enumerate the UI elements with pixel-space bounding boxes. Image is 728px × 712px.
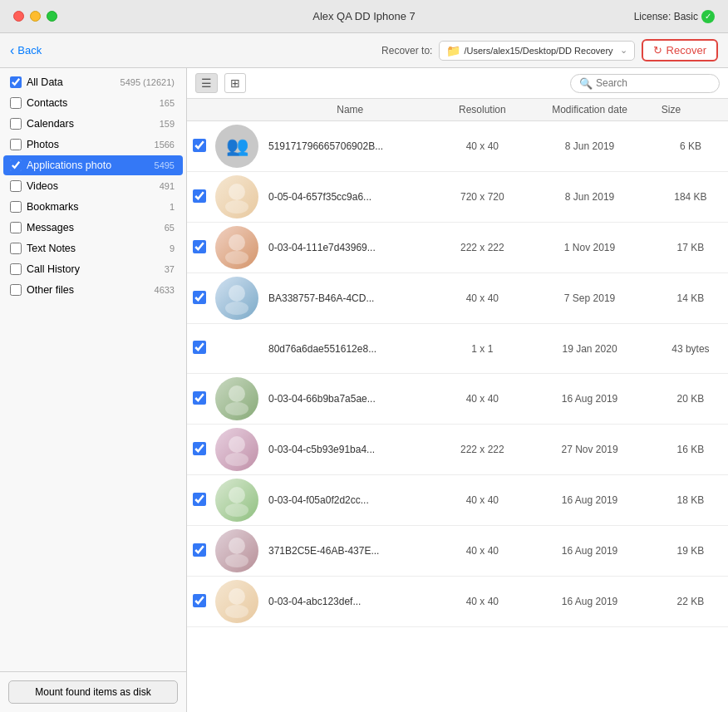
thumbnail: 👥 <box>215 125 258 168</box>
table-row[interactable]: 371B2C5E-46AB-437E...40 x 4016 Aug 20191… <box>187 526 728 577</box>
file-name: 0-03-04-f05a0f2d2cc... <box>262 475 438 526</box>
row-checkbox[interactable] <box>193 442 206 455</box>
col-resolution[interactable]: Resolution <box>438 99 526 121</box>
sidebar-item-calendars[interactable]: Calendars159 <box>3 114 183 134</box>
toolbar: ‹ Back Recover to: 📁 /Users/alex15/Deskt… <box>0 33 728 68</box>
file-date: 16 Aug 2019 <box>526 475 653 526</box>
minimize-button[interactable] <box>30 11 41 22</box>
table-row[interactable]: 80d76a6dae551612e8...1 x 119 Jan 202043 … <box>187 324 728 374</box>
file-size: 17 KB <box>653 223 728 273</box>
svg-point-13 <box>225 554 248 567</box>
sidebar-item-messages[interactable]: Messages65 <box>3 218 183 238</box>
list-view-button[interactable]: ☰ <box>195 73 218 93</box>
file-name: 0-03-04-abc123def... <box>262 577 438 627</box>
sidebar-item-other-files[interactable]: Other files4633 <box>3 280 183 300</box>
mount-button[interactable]: Mount found items as disk <box>8 680 178 704</box>
sidebar-item-count: 1 <box>170 202 175 212</box>
sidebar-checkbox-other-files[interactable] <box>10 284 22 296</box>
sidebar-item-label: Call History <box>27 263 165 275</box>
sidebar-item-bookmarks[interactable]: Bookmarks1 <box>3 197 183 217</box>
sidebar-checkbox-contacts[interactable] <box>10 97 22 109</box>
table-header-row: Name Resolution Modification date Size <box>187 99 728 121</box>
table-row[interactable]: 0-03-04-c5b93e91ba4...222 x 22227 Nov 20… <box>187 425 728 475</box>
sidebar-item-count: 491 <box>160 181 175 191</box>
search-input[interactable] <box>596 77 711 89</box>
sidebar-item-label: Text Notes <box>27 243 170 254</box>
sidebar-checkbox-text-notes[interactable] <box>10 243 22 254</box>
file-date: 7 Sep 2019 <box>526 273 653 324</box>
table-row[interactable]: 0-03-04-f05a0f2d2cc...40 x 4016 Aug 2019… <box>187 475 728 526</box>
path-dropdown-icon[interactable]: ⌄ <box>620 45 627 56</box>
sidebar-list: All Data5495 (12621)Contacts165Calendars… <box>0 68 186 671</box>
sidebar-checkbox-bookmarks[interactable] <box>10 201 22 213</box>
grid-view-button[interactable]: ⊞ <box>224 73 246 93</box>
sidebar-item-label: Other files <box>27 284 155 296</box>
sidebar-item-call-history[interactable]: Call History37 <box>3 259 183 279</box>
row-checkbox[interactable] <box>193 139 206 152</box>
sidebar-item-label: Calendars <box>27 118 160 130</box>
file-date: 16 Aug 2019 <box>526 577 653 627</box>
row-checkbox[interactable] <box>193 594 206 607</box>
file-resolution: 222 x 222 <box>438 425 526 475</box>
svg-point-9 <box>225 453 248 466</box>
svg-point-5 <box>225 302 248 315</box>
table-row[interactable]: 0-03-04-111e7d43969...222 x 2221 Nov 201… <box>187 223 728 273</box>
sidebar-checkbox-all-data[interactable] <box>10 76 22 88</box>
svg-point-6 <box>229 385 245 402</box>
row-checkbox[interactable] <box>193 493 206 506</box>
row-checkbox[interactable] <box>193 291 206 304</box>
sidebar-item-videos[interactable]: Videos491 <box>3 176 183 196</box>
sidebar-item-text-notes[interactable]: Text Notes9 <box>3 238 183 258</box>
file-toolbar: ☰ ⊞ 🔍 <box>187 68 728 99</box>
recover-to-label: Recover to: <box>381 45 432 56</box>
file-name: 80d76a6dae551612e8... <box>262 324 438 374</box>
sidebar-bottom: Mount found items as disk <box>0 671 186 712</box>
recover-button[interactable]: ↻ Recover <box>642 39 718 61</box>
col-name[interactable]: Name <box>262 99 438 121</box>
close-button[interactable] <box>13 11 24 22</box>
file-name: 0-03-04-111e7d43969... <box>262 223 438 273</box>
sidebar-item-all-data[interactable]: All Data5495 (12621) <box>3 72 183 92</box>
row-checkbox[interactable] <box>193 189 206 203</box>
sidebar-item-count: 4633 <box>155 285 175 295</box>
row-checkbox[interactable] <box>193 341 206 354</box>
table-container: Name Resolution Modification date Size 👥… <box>187 99 728 712</box>
sidebar-item-photos[interactable]: Photos1566 <box>3 135 183 155</box>
sidebar-checkbox-applications-photo[interactable] <box>10 160 22 171</box>
file-date: 8 Jun 2019 <box>526 121 653 172</box>
row-checkbox[interactable] <box>193 391 206 405</box>
file-name: 519171796665706902B... <box>262 121 438 172</box>
recover-path: /Users/alex15/Desktop/DD Recovery <box>464 46 612 56</box>
sidebar-item-label: Contacts <box>27 97 160 109</box>
sidebar-checkbox-photos[interactable] <box>10 139 22 150</box>
sidebar-checkbox-calendars[interactable] <box>10 118 22 130</box>
sidebar-checkbox-videos[interactable] <box>10 180 22 192</box>
sidebar-item-contacts[interactable]: Contacts165 <box>3 93 183 113</box>
file-size: 6 KB <box>653 121 728 172</box>
svg-point-14 <box>229 588 245 605</box>
table-row[interactable]: 👥519171796665706902B...40 x 408 Jun 2019… <box>187 121 728 172</box>
back-button[interactable]: ‹ Back <box>10 43 42 58</box>
maximize-button[interactable] <box>47 11 57 22</box>
sidebar-item-applications-photo[interactable]: Applications photo5495 <box>3 155 183 175</box>
col-date[interactable]: Modification date <box>526 99 653 121</box>
table-row[interactable]: BA338757-B46A-4CD...40 x 407 Sep 201914 … <box>187 273 728 324</box>
row-checkbox[interactable] <box>193 240 206 253</box>
row-checkbox[interactable] <box>193 543 206 557</box>
col-size[interactable]: Size <box>653 99 728 121</box>
sidebar-checkbox-call-history[interactable] <box>10 263 22 275</box>
table-row[interactable]: 0-05-04-657f35cc9a6...720 x 7208 Jun 201… <box>187 172 728 223</box>
sidebar-item-label: Messages <box>27 222 165 233</box>
table-row[interactable]: 0-03-04-abc123def...40 x 4016 Aug 201922… <box>187 577 728 627</box>
file-resolution: 40 x 40 <box>438 374 526 425</box>
recover-label: Recover <box>667 44 706 56</box>
file-table: Name Resolution Modification date Size 👥… <box>187 99 728 627</box>
sidebar-checkbox-messages[interactable] <box>10 222 22 233</box>
table-row[interactable]: 0-03-04-66b9ba7a5ae...40 x 4016 Aug 2019… <box>187 374 728 425</box>
file-name: 371B2C5E-46AB-437E... <box>262 526 438 577</box>
file-size: 184 KB <box>653 172 728 223</box>
file-resolution: 40 x 40 <box>438 121 526 172</box>
search-box[interactable]: 🔍 <box>570 74 720 93</box>
svg-point-8 <box>229 436 245 453</box>
path-box[interactable]: 📁 /Users/alex15/Desktop/DD Recovery ⌄ <box>439 41 634 61</box>
